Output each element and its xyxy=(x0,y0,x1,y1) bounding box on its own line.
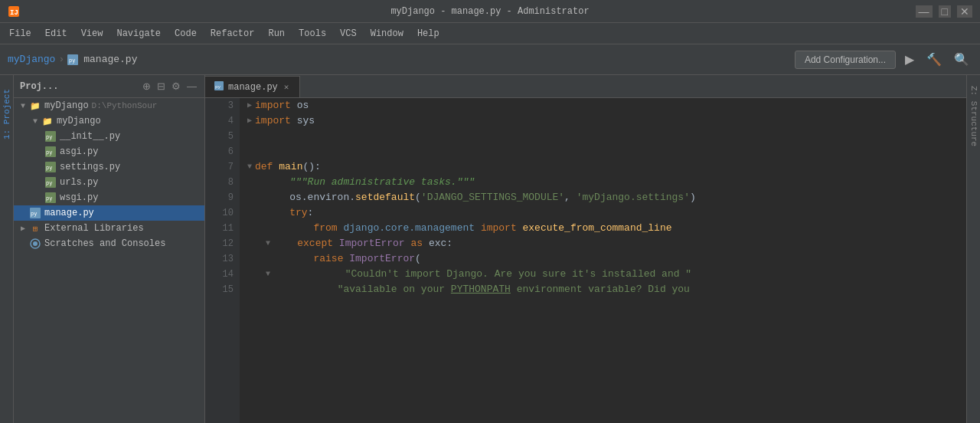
kw-raise-13: raise xyxy=(313,251,343,267)
menu-bar: File Edit View Navigate Code Refactor Ru… xyxy=(0,23,980,44)
fold-btn-12[interactable]: ▼ xyxy=(266,236,270,251)
tree-label-init: __init__.py xyxy=(60,131,120,142)
title-bar: IJ myDjango - manage.py - Administrator … xyxy=(0,0,980,23)
folder-icon-mydjango: 📁 xyxy=(41,115,54,127)
kw-try-10: try xyxy=(266,205,308,221)
panel-title: Proj... xyxy=(20,81,58,92)
tree-view: ▼ 📁 myDjango D:\PythonSour ▼ 📁 myDjango … xyxy=(14,98,204,423)
tree-item-manage[interactable]: py manage.py xyxy=(14,205,204,221)
tree-item-mydjango[interactable]: ▼ 📁 myDjango xyxy=(14,113,204,129)
svg-text:py: py xyxy=(46,165,52,171)
collapse-icon[interactable]: ⊟ xyxy=(155,79,167,93)
tree-item-external-libs[interactable]: ▶ ⊞ External Libraries xyxy=(14,221,204,236)
tab-icon-manage: py xyxy=(214,81,224,93)
str-line-15: "available on your PYTHONPATH environmen… xyxy=(338,282,690,297)
svg-text:py: py xyxy=(46,195,52,202)
folder-icon-root: 📁 xyxy=(29,100,41,112)
fold-btn-7[interactable]: ▼ xyxy=(247,159,252,175)
search-button[interactable]: 🔍 xyxy=(951,49,972,70)
plain-12c xyxy=(405,236,411,251)
tree-item-settings[interactable]: py settings.py xyxy=(14,159,204,175)
toolbar-left: myDjango › py manage.py xyxy=(8,54,137,65)
title-bar-left: IJ xyxy=(8,5,23,18)
ext-lib-icon: ⊞ xyxy=(29,222,41,234)
svg-point-17 xyxy=(33,241,38,246)
plain-13c: ( xyxy=(415,251,421,267)
menu-code[interactable]: Code xyxy=(168,26,203,41)
line-numbers: 3 4 5 6 7 8 9 10 11 12 13 14 15 xyxy=(205,98,240,423)
code-line-4: ▶ import sys xyxy=(247,113,966,129)
tree-item-urls[interactable]: py urls.py xyxy=(14,175,204,190)
tab-close-manage[interactable]: ✕ xyxy=(283,81,291,93)
fold-btn-3[interactable]: ▶ xyxy=(247,98,252,113)
menu-view[interactable]: View xyxy=(75,26,109,41)
tree-item-init[interactable]: py __init__.py xyxy=(14,129,204,144)
fold-btn-4[interactable]: ▶ xyxy=(247,113,252,129)
err-importerror-13: ImportError xyxy=(349,251,415,267)
breadcrumb-root[interactable]: myDjango xyxy=(8,54,55,65)
tree-arrow-root: ▼ xyxy=(17,102,29,110)
line-num-7: 7 xyxy=(211,159,234,175)
menu-refactor[interactable]: Refactor xyxy=(204,26,261,41)
kw-import-11: import xyxy=(481,221,517,236)
kw-def-7: def xyxy=(255,159,273,175)
str-settings-val: 'myDjango.settings' xyxy=(577,190,690,205)
menu-help[interactable]: Help xyxy=(411,26,446,41)
menu-vcs[interactable]: VCS xyxy=(334,26,363,41)
menu-file[interactable]: File xyxy=(3,26,38,41)
line-num-10: 10 xyxy=(211,205,234,221)
run-button[interactable]: ▶ xyxy=(902,49,917,70)
fold-btn-14[interactable]: ▼ xyxy=(266,267,270,282)
project-tab-label[interactable]: 1: Project xyxy=(1,83,13,146)
tree-item-wsgi[interactable]: py wsgi.py xyxy=(14,190,204,205)
title-bar-controls: — □ ✕ xyxy=(916,5,972,18)
maximize-button[interactable]: □ xyxy=(939,5,951,18)
line-num-15: 15 xyxy=(211,282,234,297)
panel-header-left: Proj... xyxy=(20,81,58,92)
err-importerror: ImportError xyxy=(339,236,405,251)
menu-run[interactable]: Run xyxy=(262,26,291,41)
sync-icon[interactable]: ⊕ xyxy=(141,79,152,93)
code-line-9: os.environ.setdefault('DJANGO_SETTINGS_M… xyxy=(247,190,966,205)
plain-10: : xyxy=(308,205,314,221)
py-icon-init: py xyxy=(44,130,57,143)
plain-4: sys xyxy=(291,113,315,129)
window-title: myDjango - manage.py - Administrator xyxy=(390,6,589,17)
left-sidebar-tab: 1: Project xyxy=(0,75,14,423)
add-configuration-button[interactable]: Add Configuration... xyxy=(795,51,896,69)
tree-item-scratches[interactable]: Scratches and Consoles xyxy=(14,236,204,251)
minimize-button[interactable]: — xyxy=(916,5,933,18)
build-button[interactable]: 🔨 xyxy=(923,49,945,70)
line-num-6: 6 xyxy=(211,144,234,159)
plain-15a xyxy=(266,282,338,297)
menu-window[interactable]: Window xyxy=(364,26,410,41)
main-content: 1: Project Proj... ⊕ ⊟ ⚙ — ▼ 📁 myDjango … xyxy=(0,75,980,423)
plain-7a xyxy=(273,159,279,175)
tab-manage-py[interactable]: py manage.py ✕ xyxy=(205,76,300,97)
code-content[interactable]: ▶ import os ▶ import sys ▼ def xyxy=(240,98,966,423)
code-line-11: from django.core.management import execu… xyxy=(247,221,966,236)
kw-except-12: except xyxy=(297,236,333,251)
code-line-10: try: xyxy=(247,205,966,221)
plain-13a xyxy=(266,251,313,267)
hide-panel-icon[interactable]: — xyxy=(185,79,198,93)
kw-as-12: as xyxy=(411,236,423,251)
menu-tools[interactable]: Tools xyxy=(292,26,332,41)
tree-label-urls: urls.py xyxy=(60,177,98,188)
code-line-3: ▶ import os xyxy=(247,98,966,113)
tree-item-root[interactable]: ▼ 📁 myDjango D:\PythonSour xyxy=(14,98,204,113)
docstring-8: """Run administrative tasks.""" xyxy=(266,175,475,190)
tree-item-asgi[interactable]: py asgi.py xyxy=(14,144,204,159)
kw-import-4: import xyxy=(255,113,291,129)
structure-tab-label[interactable]: Z: Structure xyxy=(969,83,978,149)
menu-navigate[interactable]: Navigate xyxy=(110,26,167,41)
breadcrumb-filename[interactable]: manage.py xyxy=(83,54,137,65)
menu-edit[interactable]: Edit xyxy=(39,26,74,41)
app-icon: IJ xyxy=(8,5,20,18)
close-button[interactable]: ✕ xyxy=(957,5,972,18)
settings-panel-icon[interactable]: ⚙ xyxy=(170,79,182,93)
code-line-5 xyxy=(247,129,966,144)
py-icon-urls: py xyxy=(44,176,57,189)
panel-header: Proj... ⊕ ⊟ ⚙ — xyxy=(14,75,204,98)
plain-14a xyxy=(273,267,345,282)
